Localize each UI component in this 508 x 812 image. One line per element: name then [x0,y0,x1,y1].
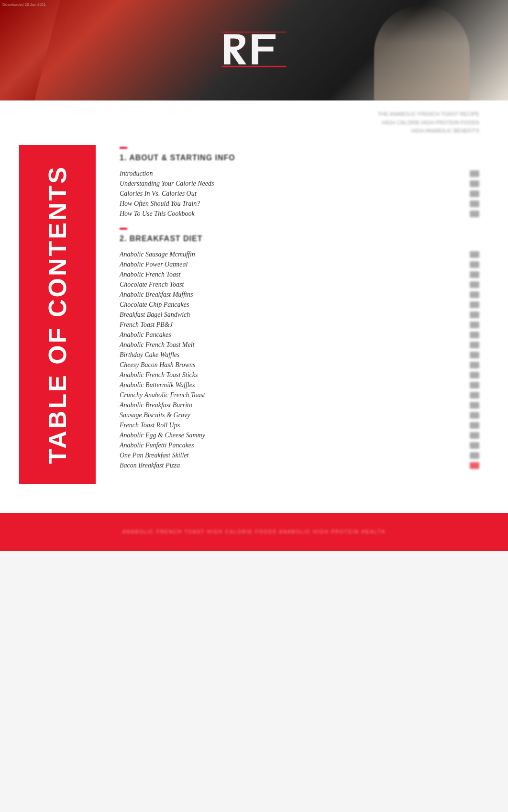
toc-title-cheesy-bacon-hash: Cheesy Bacon Hash Browns [120,361,196,369]
toc-page-breakfast-muffins [470,291,479,298]
toc-area: 1. ABOUT & STARTING INFO Introduction Un… [110,140,489,484]
toc-title-french-toast-pbj: French Toast PB&J [120,321,173,329]
toc-page-use-cookbook [470,211,479,217]
toc-entry-french-toast-melt[interactable]: Anabolic French Toast Melt [120,340,479,350]
toc-page-breakfast-skillet [470,452,479,459]
top-info-line2: HIGH CALORIE HIGH PROTEIN FOODS [29,119,479,127]
top-info: THE ANABOLIC FRENCH TOAST RECIPE HIGH CA… [0,100,508,140]
toc-entry-birthday-cake-waffles[interactable]: Birthday Cake Waffles [120,350,479,360]
toc-entry-anabolic-french-toast[interactable]: Anabolic French Toast [120,270,479,280]
toc-page-anabolic-french-toast [470,271,479,278]
toc-entry-bacon-breakfast-pizza[interactable]: Bacon Breakfast Pizza [120,461,479,471]
toc-page-birthday-cake-waffles [470,352,479,358]
sidebar: TABLE OF CONTENTS [19,145,96,484]
toc-page-breakfast-burrito [470,402,479,409]
footer: ANABOLIC FRENCH TOAST HIGH CALORIE FOODS… [0,513,508,551]
toc-title-french-toast-sticks: Anabolic French Toast Sticks [120,371,198,379]
toc-entry-calorie-needs[interactable]: Understanding Your Calorie Needs [120,179,479,189]
toc-title-breakfast-muffins: Anabolic Breakfast Muffins [120,291,193,299]
toc-entry-breakfast-muffins[interactable]: Anabolic Breakfast Muffins [120,290,479,300]
toc-title-use-cookbook: How To Use This Cookbook [120,210,195,218]
toc-page-calorie-needs [470,180,479,187]
toc-page-calories-in-out [470,190,479,197]
toc-title-calories-in-out: Calories In Vs. Calories Out [120,190,197,198]
toc-title-calorie-needs: Understanding Your Calorie Needs [120,180,214,188]
toc-page-french-toast-melt [470,342,479,348]
toc-page-bagel-sandwich [470,311,479,318]
toc-page-sausage-biscuits [470,412,479,419]
toc-entry-funfetti-pancakes[interactable]: Anabolic Funfetti Pancakes [120,441,479,451]
toc-page-cheesy-bacon-hash [470,362,479,368]
toc-entry-bagel-sandwich[interactable]: Breakfast Bagel Sandwich [120,310,479,320]
toc-title-anabolic-pancakes: Anabolic Pancakes [120,331,171,339]
toc-title-breakfast-skillet: One Pan Breakfast Skillet [120,452,189,459]
toc-page-buttermilk-waffles [470,382,479,389]
toc-title-bacon-breakfast-pizza: Bacon Breakfast Pizza [120,462,180,469]
toc-title-french-toast-melt: Anabolic French Toast Melt [120,341,194,349]
toc-page-french-toast-rollups [470,422,479,429]
toc-entry-buttermilk-waffles[interactable]: Anabolic Buttermilk Waffles [120,380,479,390]
toc-entry-introduction[interactable]: Introduction [120,169,479,179]
toc-title-breakfast-burrito: Anabolic Breakfast Burrito [120,401,192,409]
toc-entry-anabolic-pancakes[interactable]: Anabolic Pancakes [120,330,479,340]
section-1-heading: 1. ABOUT & STARTING INFO [120,154,479,162]
toc-page-anabolic-pancakes [470,332,479,338]
toc-entry-sausage-mcmuffin[interactable]: Anabolic Sausage Mcmuffin [120,250,479,260]
top-info-line3: HIGH ANABOLIC BENEFITS [29,127,479,135]
toc-entry-breakfast-skillet[interactable]: One Pan Breakfast Skillet [120,451,479,461]
toc-entry-choc-chip-pancakes[interactable]: Chocolate Chip Pancakes [120,300,479,310]
content-wrapper: TABLE OF CONTENTS 1. ABOUT & STARTING IN… [0,140,508,503]
toc-title-sausage-mcmuffin: Anabolic Sausage Mcmuffin [120,251,195,258]
toc-entry-breakfast-burrito[interactable]: Anabolic Breakfast Burrito [120,400,479,411]
toc-entry-sausage-biscuits[interactable]: Sausage Biscuits & Gravy [120,411,479,421]
footer-text: ANABOLIC FRENCH TOAST HIGH CALORIE FOODS… [122,529,386,534]
top-info-line1: THE ANABOLIC FRENCH TOAST RECIPE [29,110,479,119]
toc-entry-power-oatmeal[interactable]: Anabolic Power Oatmeal [120,260,479,270]
toc-title-train-frequency: How Often Should You Train? [120,200,200,208]
toc-entry-french-toast-sticks[interactable]: Anabolic French Toast Sticks [120,370,479,380]
toc-page-egg-cheese-sammy [470,432,479,439]
toc-title-bagel-sandwich: Breakfast Bagel Sandwich [120,311,190,319]
toc-title-sausage-biscuits: Sausage Biscuits & Gravy [120,412,190,419]
sidebar-title: TABLE OF CONTENTS [45,165,70,464]
toc-entry-chocolate-french-toast[interactable]: Chocolate French Toast [120,280,479,290]
toc-entry-french-toast-rollups[interactable]: French Toast Roll Ups [120,421,479,431]
toc-page-funfetti-pancakes [470,442,479,449]
toc-title-buttermilk-waffles: Anabolic Buttermilk Waffles [120,381,195,389]
toc-entry-train-frequency[interactable]: How Often Should You Train? [120,199,479,209]
toc-page-bacon-breakfast-pizza [470,462,479,469]
hero-red-accent [0,0,86,100]
main-content: THE ANABOLIC FRENCH TOAST RECIPE HIGH CA… [0,100,508,551]
toc-entry-use-cookbook[interactable]: How To Use This Cookbook [120,209,479,219]
toc-entry-crunchy-french-toast[interactable]: Crunchy Anabolic French Toast [120,390,479,400]
section-2-heading: 2. BREAKFAST DIET [120,234,479,243]
toc-page-train-frequency [470,200,479,207]
toc-title-french-toast-rollups: French Toast Roll Ups [120,422,180,429]
toc-page-french-toast-sticks [470,372,479,378]
toc-title-crunchy-french-toast: Crunchy Anabolic French Toast [120,391,205,399]
toc-title-chocolate-french-toast: Chocolate French Toast [120,281,184,289]
section-1: 1. ABOUT & STARTING INFO Introduction Un… [120,145,479,219]
toc-title-birthday-cake-waffles: Birthday Cake Waffles [120,351,179,359]
toc-page-french-toast-pbj [470,322,479,328]
toc-title-choc-chip-pancakes: Chocolate Chip Pancakes [120,301,189,309]
toc-title-introduction: Introduction [120,170,153,178]
toc-entry-cheesy-bacon-hash[interactable]: Cheesy Bacon Hash Browns [120,360,479,370]
bottom-padding [0,551,508,590]
toc-title-anabolic-french-toast: Anabolic French Toast [120,271,180,278]
toc-title-egg-cheese-sammy: Anabolic Egg & Cheese Sammy [120,432,205,439]
toc-page-sausage-mcmuffin [470,251,479,258]
section-2: 2. BREAKFAST DIET Anabolic Sausage Mcmuf… [120,226,479,471]
toc-title-power-oatmeal: Anabolic Power Oatmeal [120,261,188,268]
watermark: Downloaded 26 Jun 2021 [2,2,46,7]
toc-entry-french-toast-pbj[interactable]: French Toast PB&J [120,320,479,330]
toc-page-power-oatmeal [470,261,479,268]
toc-page-introduction [470,170,479,177]
toc-page-crunchy-french-toast [470,392,479,399]
toc-entry-calories-in-out[interactable]: Calories In Vs. Calories Out [120,189,479,199]
toc-entry-egg-cheese-sammy[interactable]: Anabolic Egg & Cheese Sammy [120,431,479,441]
toc-page-choc-chip-pancakes [470,301,479,308]
hero-athlete-silhouette [374,5,470,100]
section-2-badge [120,228,127,230]
section-1-badge [120,147,127,149]
